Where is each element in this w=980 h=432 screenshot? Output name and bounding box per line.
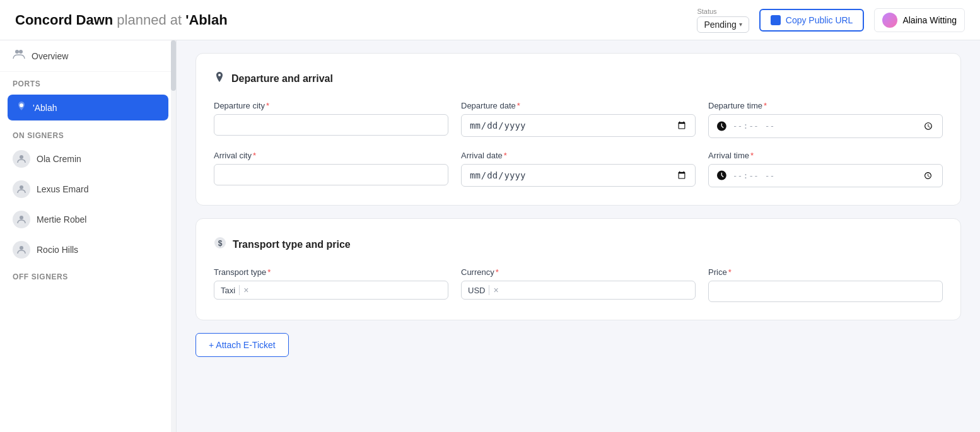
person-icon: [13, 150, 30, 168]
required-star: *: [764, 101, 767, 110]
ports-section-title: Ports: [0, 72, 176, 92]
arrival-city-label: Arrival city*: [214, 151, 448, 160]
departure-date-group: Departure date*: [461, 101, 696, 138]
departure-arrival-card: Departure and arrival Departure city* De…: [195, 53, 961, 206]
departure-time-wrapper: [708, 114, 943, 138]
arrival-time-input[interactable]: [732, 170, 935, 182]
transport-type-group: Transport type* Taxi ×: [214, 267, 448, 302]
copy-url-button[interactable]: Copy Public URL: [759, 9, 865, 32]
required-star: *: [750, 151, 754, 160]
departure-arrival-header: Departure and arrival: [214, 71, 943, 86]
header-right: Status Pending ▾ Copy Public URL Alaina …: [697, 8, 965, 33]
copy-icon: [771, 15, 781, 25]
signer-mertie-robel[interactable]: Mertie Robel: [0, 204, 176, 235]
clock-icon: [716, 170, 727, 181]
required-star: *: [496, 267, 499, 277]
person-icon: [13, 211, 30, 228]
attach-eticket-button[interactable]: + Attach E-Ticket: [195, 333, 289, 357]
transport-type-remove[interactable]: ×: [243, 286, 248, 295]
transport-header: $ Transport type and price: [214, 236, 943, 252]
departure-form-row: Departure city* Departure date* Departur…: [214, 101, 943, 138]
currency-input[interactable]: USD ×: [461, 281, 696, 300]
required-star: *: [728, 267, 732, 277]
price-label: Price*: [708, 267, 943, 277]
transport-form-row: Transport type* Taxi × Currency*: [214, 267, 943, 302]
layout: Overview Ports 'Ablah On signers: [0, 40, 980, 432]
chevron-down-icon: ▾: [739, 21, 742, 28]
svg-point-3: [20, 155, 23, 159]
planned-text: planned at: [117, 12, 185, 28]
signer-ola-cremin[interactable]: Ola Cremin: [0, 144, 176, 174]
signer-lexus-emard[interactable]: Lexus Emard: [0, 174, 176, 204]
transport-type-value: Taxi: [221, 286, 235, 295]
required-star: *: [267, 267, 271, 277]
signer-rocio-hills[interactable]: Rocio Hills: [0, 235, 176, 265]
departure-time-input[interactable]: [732, 120, 935, 132]
currency-remove[interactable]: ×: [493, 286, 498, 295]
arrival-city-input[interactable]: [214, 164, 448, 185]
departure-city-input[interactable]: [214, 114, 448, 136]
copy-url-label: Copy Public URL: [786, 15, 853, 25]
sidebar-item-ablah[interactable]: 'Ablah: [8, 95, 168, 121]
transport-card: $ Transport type and price Transport typ…: [195, 218, 961, 320]
on-signers-section-title: On signers: [0, 124, 176, 144]
required-star: *: [253, 151, 256, 160]
departure-arrival-title: Departure and arrival: [231, 73, 333, 85]
currency-label: Currency*: [461, 267, 696, 277]
main-content: Departure and arrival Departure city* De…: [177, 40, 980, 432]
transport-type-label: Transport type*: [214, 267, 448, 277]
location-pin-icon: [214, 71, 225, 86]
departure-time-label: Departure time*: [708, 101, 943, 110]
person-icon: [13, 241, 30, 259]
svg-point-5: [20, 216, 23, 219]
user-menu-button[interactable]: Alaina Witting: [874, 8, 965, 32]
required-star: *: [266, 101, 269, 110]
arrival-city-group: Arrival city*: [214, 151, 448, 188]
departure-city-label: Departure city*: [214, 101, 448, 110]
departure-date-input[interactable]: [461, 114, 696, 137]
departure-date-label: Departure date*: [461, 101, 696, 110]
departure-time-group: Departure time*: [708, 101, 943, 138]
status-group: Status Pending ▾: [697, 8, 749, 33]
signer-name: Rocio Hills: [37, 245, 78, 255]
avatar: [882, 13, 897, 28]
user-name: Alaina Witting: [902, 15, 957, 25]
overview-icon: [13, 48, 25, 64]
person-icon: [13, 180, 30, 198]
currency-group: Currency* USD ×: [461, 267, 696, 302]
active-port-label: 'Ablah: [33, 103, 57, 113]
status-value: Pending: [704, 20, 736, 30]
transport-type-input[interactable]: Taxi ×: [214, 281, 448, 300]
location-name: 'Ablah: [185, 12, 227, 28]
transport-title: Transport type and price: [233, 239, 351, 250]
currency-value: USD: [468, 286, 485, 295]
svg-point-6: [20, 246, 23, 250]
svg-text:$: $: [218, 239, 223, 248]
arrival-date-label: Arrival date*: [461, 151, 696, 160]
signer-name: Ola Cremin: [37, 154, 81, 164]
transport-type-tag: Taxi: [221, 286, 235, 295]
status-dropdown[interactable]: Pending ▾: [697, 16, 749, 33]
sidebar-item-overview[interactable]: Overview: [0, 40, 176, 72]
dollar-icon: $: [214, 236, 226, 252]
arrival-time-group: Arrival time*: [708, 151, 943, 188]
header: Concord Dawn planned at 'Ablah Status Pe…: [0, 0, 980, 40]
required-star: *: [504, 151, 507, 160]
page-title: Concord Dawn planned at 'Ablah: [15, 12, 228, 28]
svg-point-1: [19, 50, 23, 54]
arrival-date-input[interactable]: [461, 164, 696, 187]
price-input[interactable]: [708, 281, 943, 302]
clock-icon: [716, 120, 727, 132]
tag-divider: [489, 285, 489, 295]
arrival-time-wrapper: [708, 164, 943, 188]
off-signers-section-title: Off signers: [0, 265, 176, 285]
signer-name: Lexus Emard: [37, 184, 88, 194]
arrival-form-row: Arrival city* Arrival date* Arrival time…: [214, 151, 943, 188]
vessel-name: Concord Dawn: [15, 12, 113, 28]
status-label: Status: [697, 8, 716, 15]
svg-point-4: [20, 185, 23, 189]
sidebar-item-label: Overview: [32, 51, 68, 61]
attach-label: + Attach E-Ticket: [209, 340, 276, 350]
required-star: *: [517, 101, 520, 110]
sidebar: Overview Ports 'Ablah On signers: [0, 40, 177, 432]
